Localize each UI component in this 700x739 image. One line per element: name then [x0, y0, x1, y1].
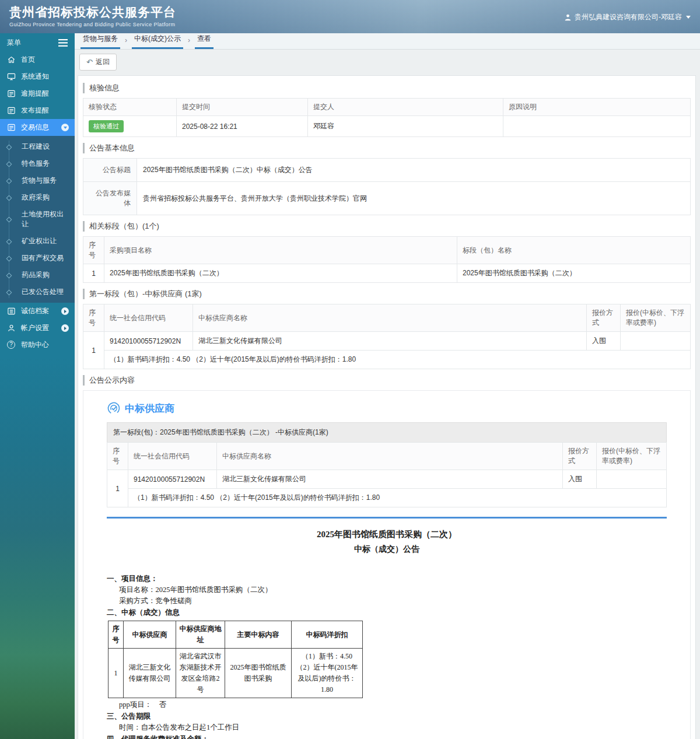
breadcrumb-separator: ›	[188, 36, 190, 49]
doc-title: 2025年图书馆纸质图书采购（二次）	[107, 527, 667, 542]
sidebar-item-system-notice[interactable]: 系统通知	[0, 68, 75, 85]
field-label: 公告标题	[83, 159, 137, 182]
table-row: 1 91420100055712902N 湖北三新文化传媒有限公司 入围	[83, 332, 691, 351]
doc-award-table: 序号 中标供应商 中标供应商地址 主要中标内容 中标码洋折扣 1 湖北三新文化传…	[108, 621, 363, 698]
sidebar-item-label: 交易信息	[21, 122, 49, 132]
submenu-item-state-property[interactable]: 国有产权交易	[0, 250, 75, 267]
document-icon	[7, 89, 16, 98]
announcement-content-box: 中标供应商 第一标段(包)：2025年图书馆纸质图书采购（二次） -中标供应商(…	[83, 390, 691, 739]
table-row: 核验通过 2025-08-22 16:21 邓廷容	[83, 116, 691, 137]
col-header: 提交人	[308, 99, 503, 116]
sidebar-item-home[interactable]: 首页	[0, 51, 75, 68]
user-menu[interactable]: 贵州弘典建设咨询有限公司-邓廷容	[564, 12, 691, 22]
table-row: 公告发布媒体 贵州省招标投标公共服务平台、贵州开放大学（贵州职业技术学院）官网	[83, 182, 691, 215]
menu-title: 菜单	[7, 38, 21, 48]
breadcrumb-award-publicity[interactable]: 中标(成交)公示	[132, 33, 183, 49]
col-header: 中标码洋折扣	[292, 621, 363, 649]
col-header: 中标供应商名称	[217, 443, 563, 470]
document-icon	[7, 106, 16, 115]
breadcrumb-goods-services[interactable]: 货物与服务	[80, 33, 120, 49]
quote-price	[597, 470, 667, 489]
announcement-document: 2025年图书馆纸质图书采购（二次） 中标（成交）公告 一、项目信息： 项目名称…	[107, 527, 667, 739]
col-header: 标段（包）名称	[457, 237, 691, 264]
col-header: 主要中标内容	[225, 621, 292, 649]
col-header: 序号	[83, 304, 104, 332]
winner-heading: 中标供应商	[125, 402, 174, 415]
package-name: 2025年图书馆纸质图书采购（二次）	[457, 264, 691, 283]
sidebar-item-trade-info[interactable]: 交易信息	[0, 119, 75, 136]
row-no: 1	[83, 332, 104, 369]
doc-line: 时间：自本公告发布之日起1个工作日	[107, 722, 667, 733]
submenu-item-engineering[interactable]: 工程建设	[0, 138, 75, 155]
sidebar: 菜单 首页 系统通知 逾期提醒 发布提醒 交易信息 工	[0, 33, 75, 739]
app-header: 贵州省招标投标公共服务平台 GuiZhou Province Tendering…	[0, 0, 700, 33]
doc-line: 采购方式：竞争性磋商	[107, 596, 667, 607]
row-no: 1	[83, 264, 104, 283]
col-header: 报价方式	[563, 443, 597, 470]
submenu-item-published-notices[interactable]: 已发公告处理	[0, 283, 75, 300]
supplier-name: 湖北三新文化传媒有限公司	[193, 332, 587, 351]
related-packages-table: 序号 采购项目名称 标段（包）名称 1 2025年图书馆纸质图书采购（二次） 2…	[83, 236, 691, 283]
table-row: （1）新书码洋折扣：4.50 （2）近十年(2015年及以后)的特价书码洋折扣：…	[83, 351, 691, 369]
doc-line: ppp项目： 否	[107, 699, 667, 710]
col-header: 统一社会信用代码	[128, 443, 217, 470]
section-title-announcement: 公告基本信息	[83, 143, 691, 153]
sidebar-item-help-center[interactable]: ? 帮助中心	[0, 337, 75, 353]
supplier-name: 湖北三新文化传媒有限公司	[217, 470, 563, 489]
table-row: （1）新书码洋折扣：4.50 （2）近十年(2015年及以后)的特价书码洋折扣：…	[107, 489, 667, 507]
hamburger-icon[interactable]	[58, 39, 68, 47]
breadcrumb-view[interactable]: 查看	[195, 33, 214, 49]
doc-subtitle: 中标（成交）公告	[107, 542, 667, 557]
status-badge: 核验通过	[89, 120, 124, 132]
chevron-down-icon	[686, 16, 691, 19]
breadcrumb: 货物与服务 › 中标(成交)公示 › 查看	[75, 33, 700, 50]
submenu-item-gov-procurement[interactable]: 政府采购	[0, 189, 75, 206]
sidebar-item-label: 逾期提醒	[21, 89, 49, 99]
quote-method: 入围	[587, 332, 621, 351]
package-bar: 第一标段(包)：2025年图书馆纸质图书采购（二次） -中标供应商(1家)	[107, 422, 667, 443]
sidebar-item-label: 系统通知	[21, 72, 49, 82]
submenu-item-special-service[interactable]: 特色服务	[0, 155, 75, 172]
submenu-item-goods-services[interactable]: 货物与服务	[0, 172, 75, 189]
page-subtitle: GuiZhou Province Tendering and Bidding P…	[9, 22, 176, 27]
col-header: 报价方式	[587, 304, 621, 332]
col-header: 中标供应商名称	[193, 304, 587, 332]
winner-table-inner: 序号 统一社会信用代码 中标供应商名称 报价方式 报价(中标价、下浮率或费率) …	[107, 442, 667, 507]
user-icon	[564, 13, 572, 21]
back-button[interactable]: ↶ 返回	[79, 54, 117, 71]
col-header: 序号	[107, 443, 128, 470]
sidebar-item-label: 帐户设置	[21, 323, 49, 333]
section-title-related-packages: 相关标段（包）(1个)	[83, 221, 691, 232]
discount-line: （1）新书：4.50	[295, 651, 359, 662]
col-header: 原因说明	[503, 99, 691, 116]
document-icon	[7, 123, 16, 132]
doc-heading: 一、项目信息：	[107, 573, 667, 584]
discount-note: （1）新书码洋折扣：4.50 （2）近十年(2015年及以后)的特价书码洋折扣：…	[104, 351, 691, 369]
back-button-label: 返回	[96, 57, 110, 67]
row-no: 1	[108, 649, 124, 698]
submenu-item-land-use[interactable]: 土地使用权出让	[0, 206, 75, 233]
col-header: 中标供应商	[124, 621, 176, 649]
reason	[503, 116, 691, 137]
col-header: 统一社会信用代码	[104, 304, 193, 332]
sidebar-item-label: 首页	[21, 55, 35, 65]
sidebar-item-account-settings[interactable]: 帐户设置	[0, 320, 75, 337]
detail-card: 核验信息 核验状态 提交时间 提交人 原因说明 核验通过 2025-08-22 …	[78, 75, 696, 739]
trade-info-submenu: 工程建设 特色服务 货物与服务 政府采购 土地使用权出让 矿业权出让 国有产权交…	[0, 136, 75, 303]
sidebar-item-label: 发布提醒	[21, 106, 49, 115]
submenu-item-drug-procurement[interactable]: 药品采购	[0, 267, 75, 283]
winner-table: 序号 统一社会信用代码 中标供应商名称 报价方式 报价(中标价、下浮率或费率) …	[83, 304, 691, 369]
col-header: 提交时间	[177, 99, 308, 116]
submenu-item-mining-rights[interactable]: 矿业权出让	[0, 233, 75, 250]
sidebar-item-publish-reminder[interactable]: 发布提醒	[0, 102, 75, 119]
sidebar-item-credit-archive[interactable]: 诚信档案	[0, 303, 75, 320]
supplier-address: 湖北省武汉市东湖新技术开发区金培路2号	[176, 649, 225, 698]
row-no: 1	[107, 470, 128, 507]
quote-price	[621, 332, 691, 351]
col-header: 序号	[108, 621, 124, 649]
doc-heading: 二、中标（成交）信息	[107, 607, 667, 618]
table-row: 1 湖北三新文化传媒有限公司 湖北省武汉市东湖新技术开发区金培路2号 2025年…	[108, 649, 363, 698]
col-header: 序号	[83, 237, 104, 264]
section-title-winner: 第一标段（包）-中标供应商 (1家)	[83, 289, 691, 299]
sidebar-item-overdue-reminder[interactable]: 逾期提醒	[0, 85, 75, 102]
